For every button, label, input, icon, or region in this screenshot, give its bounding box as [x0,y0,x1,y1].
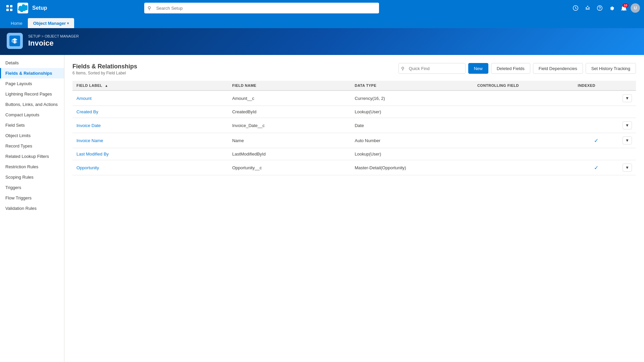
object-title: Invoice [28,39,79,48]
search-icon: ⚲ [148,5,151,11]
cell-controlling-field [473,133,574,148]
notifications-button[interactable]: 10 [619,3,629,13]
setup-icon-button[interactable] [606,3,617,13]
setup-label: Setup [32,5,47,11]
svg-rect-0 [6,5,9,7]
table-header-row: FIELD LABEL ▲ FIELD NAME DATA TYPE CONTR… [72,81,636,90]
indexed-checkmark-icon: ✓ [594,138,598,143]
cell-field-label: Last Modified By [72,148,228,160]
indexed-checkmark-icon: ✓ [594,165,598,171]
cell-field-label: Created By [72,106,228,118]
field-label-link[interactable]: Created By [76,109,98,114]
sidebar-item-triggers[interactable]: Triggers [0,182,64,193]
set-history-tracking-button[interactable]: Set History Tracking [586,63,636,74]
help-button[interactable] [594,3,605,13]
sidebar-item-flow-triggers[interactable]: Flow Triggers [0,193,64,203]
cell-controlling-field [473,106,574,118]
tab-chevron-icon: ▾ [67,21,69,25]
cell-actions [619,106,636,118]
col-header-indexed: INDEXED [574,81,619,90]
sidebar-item-field-sets[interactable]: Field Sets [0,120,64,130]
row-action-dropdown-button[interactable]: ▼ [623,136,632,144]
cell-actions: ▼ [619,90,636,106]
cell-data-type: Master-Detail(Opportunity) [351,160,473,175]
quick-find-input[interactable] [398,63,466,74]
cell-field-label: Invoice Name [72,133,228,148]
cell-data-type: Lookup(User) [351,148,473,160]
breadcrumb-object-manager-link[interactable]: OBJECT MANAGER [45,34,79,38]
setup-home-button[interactable] [582,3,593,13]
sidebar-item-related-lookup-filters[interactable]: Related Lookup Filters [0,151,64,162]
table-row: Last Modified By LastModifiedById Lookup… [72,148,636,160]
cell-controlling-field [473,160,574,175]
col-header-field-name: FIELD NAME [228,81,351,90]
quick-find-icon: ⚲ [401,66,405,71]
sidebar-item-page-layouts[interactable]: Page Layouts [0,78,64,89]
cell-data-type: Currency(16, 2) [351,90,473,106]
main-layout: Details Fields & Relationships Page Layo… [0,55,644,362]
quick-find-wrapper: ⚲ [398,63,466,74]
sidebar-item-buttons-links-actions[interactable]: Buttons, Links, and Actions [0,99,64,110]
row-action-dropdown-button[interactable]: ▼ [623,94,632,102]
cell-field-name: LastModifiedById [228,148,351,160]
object-header: SETUP > OBJECT MANAGER Invoice [0,28,644,55]
field-label-link[interactable]: Invoice Date [76,123,101,128]
sidebar-item-validation-rules[interactable]: Validation Rules [0,203,64,214]
tab-home[interactable]: Home [5,18,28,28]
cell-indexed [574,118,619,133]
sidebar-item-compact-layouts[interactable]: Compact Layouts [0,110,64,120]
svg-rect-1 [10,5,12,7]
cell-indexed [574,90,619,106]
col-header-data-type: DATA TYPE [351,81,473,90]
cell-field-name: Amount__c [228,90,351,106]
breadcrumb-separator: > [42,34,45,38]
field-label-link[interactable]: Amount [76,96,92,101]
object-icon [7,33,23,49]
cell-field-name: Name [228,133,351,148]
section-header: Fields & Relationships 6 Items, Sorted b… [72,63,636,75]
section-subtitle: 6 Items, Sorted by Field Label [72,71,137,75]
section-actions: ⚲ New Deleted Fields Field Dependencies … [398,63,636,74]
sidebar-item-lightning-record-pages[interactable]: Lightning Record Pages [0,89,64,99]
tab-bar: Home Object Manager ▾ [0,16,644,28]
sidebar-item-restriction-rules[interactable]: Restriction Rules [0,162,64,172]
cell-controlling-field [473,118,574,133]
field-dependencies-button[interactable]: Field Dependencies [533,63,583,74]
object-header-text: SETUP > OBJECT MANAGER Invoice [28,34,79,48]
tab-object-manager[interactable]: Object Manager ▾ [28,18,74,28]
table-row: Invoice Name Name Auto Number ✓ ▼ [72,133,636,148]
cell-indexed: ✓ [574,133,619,148]
app-launcher-button[interactable] [4,3,15,13]
search-input[interactable] [144,3,379,13]
table-row: Amount Amount__c Currency(16, 2) ▼ [72,90,636,106]
sidebar-item-object-limits[interactable]: Object Limits [0,130,64,141]
row-action-dropdown-button[interactable]: ▼ [623,121,632,129]
cell-data-type: Lookup(User) [351,106,473,118]
col-header-field-label[interactable]: FIELD LABEL ▲ [72,81,228,90]
sidebar-item-record-types[interactable]: Record Types [0,141,64,151]
cell-controlling-field [473,148,574,160]
sidebar-item-details[interactable]: Details [0,58,64,68]
new-button[interactable]: New [468,63,488,74]
svg-rect-3 [10,9,12,11]
breadcrumb-setup-link[interactable]: SETUP [28,34,40,38]
sidebar-item-fields-relationships[interactable]: Fields & Relationships [0,68,64,78]
table-row: Created By CreatedById Lookup(User) [72,106,636,118]
field-label-link[interactable]: Invoice Name [76,138,103,143]
field-label-link[interactable]: Last Modified By [76,152,109,157]
sidebar-item-scoping-rules[interactable]: Scoping Rules [0,172,64,182]
top-nav-right: 10 U [570,3,640,13]
sort-arrow-icon: ▲ [105,84,108,87]
cell-field-name: Invoice_Date__c [228,118,351,133]
tab-home-label: Home [11,21,22,26]
field-label-link[interactable]: Opportunity [76,165,99,170]
cell-controlling-field [473,90,574,106]
section-title: Fields & Relationships [72,63,137,70]
deleted-fields-button[interactable]: Deleted Fields [491,63,530,74]
table-row: Opportunity Opportunity__c Master-Detail… [72,160,636,175]
row-action-dropdown-button[interactable]: ▼ [623,164,632,172]
content-area: Fields & Relationships 6 Items, Sorted b… [64,55,644,362]
recent-items-button[interactable] [570,3,581,13]
breadcrumb: SETUP > OBJECT MANAGER [28,34,79,38]
user-avatar[interactable]: U [631,3,640,13]
